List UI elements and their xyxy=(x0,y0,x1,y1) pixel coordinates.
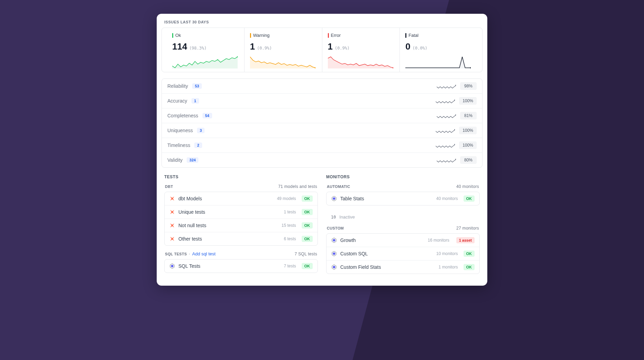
metric-row-completeness[interactable]: Completeness 54 81% xyxy=(162,108,482,123)
issue-card-ok[interactable]: Ok 114 (98.3%) xyxy=(167,28,245,72)
item-count: 1 tests xyxy=(284,210,296,214)
issue-label: Error xyxy=(331,33,341,38)
issue-value: 114 xyxy=(172,41,187,52)
status-badge: OK xyxy=(302,209,313,215)
add-sql-test-link[interactable]: Add sql test xyxy=(192,251,216,256)
list-item[interactable]: Custom Field Stats 1 monitors OK xyxy=(326,261,479,274)
metric-row-accuracy[interactable]: Accuracy 1 100% xyxy=(162,94,482,108)
automatic-summary: 40 monitors xyxy=(456,184,479,189)
svg-marker-15 xyxy=(333,239,335,242)
tests-column: TESTS DBT 71 models and tests dbt Models… xyxy=(164,174,318,279)
hexagon-icon xyxy=(331,264,337,270)
sparkline-icon xyxy=(172,56,239,68)
issue-label: Fatal xyxy=(408,33,418,38)
metric-spark-icon xyxy=(436,99,455,103)
list-item[interactable]: Custom SQL 10 monitors OK xyxy=(326,247,479,261)
status-badge: OK xyxy=(464,195,475,202)
list-item[interactable]: SQL Tests 7 tests OK xyxy=(165,260,318,273)
metric-row-uniqueness[interactable]: Uniqueness 3 100% xyxy=(162,123,482,138)
item-count: 6 tests xyxy=(284,236,296,241)
metric-spark-icon xyxy=(437,158,456,162)
item-name: Other tests xyxy=(178,236,280,242)
list-item[interactable]: Growth 16 monitors 1 asset xyxy=(326,234,479,247)
item-count: 15 tests xyxy=(281,223,296,228)
issue-card-warning[interactable]: Warning 1 (0.9%) xyxy=(245,28,322,72)
custom-summary: 27 monitors xyxy=(456,226,479,231)
sparkline-icon xyxy=(405,56,472,68)
list-item[interactable]: dbt Models 49 models OK xyxy=(165,192,318,205)
metric-count-badge: 2 xyxy=(194,142,202,148)
metric-name: Validity xyxy=(167,157,183,163)
item-name: SQL Tests xyxy=(178,263,280,269)
metric-spark-icon xyxy=(437,84,456,88)
list-item[interactable]: Other tests 6 tests OK xyxy=(165,232,318,245)
item-name: Unique tests xyxy=(178,209,280,215)
item-name: Custom SQL xyxy=(340,251,433,256)
list-item[interactable]: Unique tests 1 tests OK xyxy=(165,205,318,219)
svg-marker-19 xyxy=(333,266,335,268)
dbt-icon xyxy=(169,209,175,215)
issue-card-fatal[interactable]: Fatal 0 (0.0%) xyxy=(400,28,477,72)
item-name: Not null tests xyxy=(178,223,278,228)
sparkline-icon xyxy=(250,56,316,68)
tests-title: TESTS xyxy=(164,174,318,179)
dbt-list: dbt Models 49 models OK Unique tests 1 t… xyxy=(164,192,318,246)
item-name: Table Stats xyxy=(340,196,433,201)
sql-header: SQL TESTS · Add sql test 7 SQL tests xyxy=(164,251,318,259)
custom-label: CUSTOM xyxy=(327,226,344,230)
list-item[interactable]: Not null tests 15 tests OK xyxy=(165,219,318,232)
hexagon-icon xyxy=(331,251,337,256)
metric-spark-icon xyxy=(436,128,455,133)
dashboard-panel: ISSUES LAST 30 DAYS Ok 114 (98.3%) Warni… xyxy=(157,14,487,286)
metric-count-badge: 1 xyxy=(191,98,199,104)
issue-pct: (0.9%) xyxy=(335,46,350,51)
item-name: Custom Field Stats xyxy=(340,264,435,270)
metric-count-badge: 54 xyxy=(202,113,212,118)
metric-count-badge: 324 xyxy=(187,157,198,163)
inactive-row[interactable]: 10 Inactive xyxy=(326,211,480,223)
metric-count-badge: 53 xyxy=(192,83,202,89)
metric-name: Uniqueness xyxy=(167,128,193,133)
issue-card-error[interactable]: Error 1 (0.9%) xyxy=(322,28,400,72)
sql-list: SQL Tests 7 tests OK xyxy=(164,259,318,273)
dbt-header: DBT 71 models and tests xyxy=(164,184,318,192)
svg-marker-11 xyxy=(171,265,174,267)
metric-row-validity[interactable]: Validity 324 80% xyxy=(162,153,482,167)
issues-section-title: ISSUES LAST 30 DAYS xyxy=(157,20,487,28)
automatic-label: AUTOMATIC xyxy=(327,184,350,189)
metric-spark-icon xyxy=(437,114,456,118)
issue-label: Ok xyxy=(175,33,181,38)
inactive-count: 10 xyxy=(331,215,336,220)
metrics-list: Reliability 53 98% Accuracy 1 100% Compl… xyxy=(162,78,482,168)
metric-row-reliability[interactable]: Reliability 53 98% xyxy=(162,79,482,94)
list-item[interactable]: Table Stats 40 monitors OK xyxy=(326,192,479,205)
status-bar-icon xyxy=(328,33,329,38)
metric-name: Completeness xyxy=(167,113,198,118)
status-badge: OK xyxy=(302,263,313,269)
issue-value: 0 xyxy=(405,41,410,52)
svg-marker-13 xyxy=(333,197,335,200)
status-badge: OK xyxy=(302,236,313,242)
dbt-icon xyxy=(169,223,175,228)
monitors-column: MONITORS AUTOMATIC 40 monitors Table Sta… xyxy=(326,174,480,279)
dbt-label: DBT xyxy=(165,184,173,189)
item-count: 16 monitors xyxy=(428,238,449,243)
status-badge: OK xyxy=(464,251,475,257)
metric-row-timeliness[interactable]: Timeliness 2 100% xyxy=(162,138,482,153)
hexagon-icon xyxy=(169,263,175,269)
metric-pct: 81% xyxy=(460,112,477,119)
issues-cards-row: Ok 114 (98.3%) Warning 1 (0.9%) Error 1 xyxy=(162,28,482,72)
hexagon-icon xyxy=(331,196,337,201)
item-count: 7 tests xyxy=(284,264,296,268)
item-count: 10 monitors xyxy=(436,251,458,256)
issue-pct: (0.9%) xyxy=(257,46,272,51)
status-badge: OK xyxy=(464,264,475,270)
metric-count-badge: 3 xyxy=(197,128,205,133)
metric-spark-icon xyxy=(436,143,455,147)
issue-value: 1 xyxy=(250,41,255,52)
warn-badge: 1 asset xyxy=(456,237,475,243)
item-count: 40 monitors xyxy=(436,196,458,201)
inactive-label: Inactive xyxy=(339,214,355,220)
custom-list: Growth 16 monitors 1 asset Custom SQL 10… xyxy=(326,233,480,274)
metric-pct: 100% xyxy=(459,97,477,105)
